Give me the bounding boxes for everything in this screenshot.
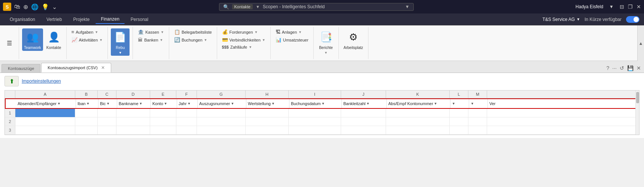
wertstellung-dropdown-icon[interactable]: ▼ [271, 102, 275, 105]
help-icon[interactable]: 💡 [42, 3, 49, 10]
kassen-button[interactable]: 🏦 Kassen ▼ [136, 28, 166, 36]
cell-1-M[interactable] [468, 109, 487, 117]
cell-3-F[interactable] [176, 126, 197, 134]
cell-2-extra[interactable] [487, 117, 639, 126]
tab-kontoauszugsimport[interactable]: Kontoauszugsimport (CSV) ✕ [41, 63, 111, 73]
anlagen-button[interactable]: 🏗 Anlagen ▼ [274, 28, 310, 36]
cell-1-extra[interactable] [487, 109, 639, 117]
jahr-dropdown-icon[interactable]: ▼ [187, 102, 191, 105]
vertical-scrollbar[interactable] [635, 91, 639, 135]
more-tab-icon[interactable]: ··· [612, 65, 617, 71]
cell-2-D[interactable] [116, 117, 150, 126]
refresh-tab-icon[interactable]: ↺ [620, 65, 624, 71]
belegarbeitsliste-button[interactable]: 📋 Belegarbeitsliste [172, 28, 214, 36]
menu-organisation[interactable]: Organisation [4, 15, 40, 24]
zahllaufe-button[interactable]: $$$ Zahlläufe ▼ [220, 44, 267, 50]
cell-1-J[interactable] [341, 109, 386, 117]
bankname-dropdown-icon[interactable]: ▼ [139, 102, 143, 105]
buchungsdatum-dropdown-icon[interactable]: ▼ [322, 102, 325, 105]
rebu-button[interactable]: 📄 Rebu ▼ [111, 28, 130, 56]
globe-icon[interactable]: 🌐 [31, 3, 39, 10]
cell-1-D[interactable] [116, 109, 150, 117]
cell-2-M[interactable] [468, 117, 487, 126]
cell-3-M[interactable] [468, 126, 487, 134]
cell-2-H[interactable] [246, 117, 289, 126]
buchungen-button[interactable]: 🔄 Buchungen ▼ [172, 36, 214, 43]
add-icon[interactable]: ⊕ [23, 3, 28, 10]
cell-3-C[interactable] [98, 126, 116, 134]
menu-finanzen[interactable]: Finanzen [95, 15, 124, 24]
konto-dropdown-icon[interactable]: ▼ [164, 102, 167, 105]
cell-2-E[interactable] [150, 117, 176, 126]
cell-2-J[interactable] [341, 117, 386, 126]
cell-1-I[interactable] [289, 109, 341, 117]
dropdown-icon[interactable]: ⌄ [52, 3, 57, 10]
close-tab-icon[interactable]: ✕ [637, 65, 641, 71]
umsatzsteuer-button[interactable]: 📊 Umsatzsteuer [274, 36, 310, 43]
cell-1-L[interactable] [450, 109, 468, 117]
user-dropdown-icon[interactable]: ▼ [609, 4, 614, 9]
menu-vertrieb[interactable]: Vertrieb [41, 15, 67, 24]
cell-1-C[interactable] [98, 109, 116, 117]
aktivitaten-button[interactable]: 📈 Aktivitäten ▼ [70, 36, 105, 43]
tab-kontoauszuge[interactable]: Kontoauszüge [1, 64, 40, 73]
save-tab-icon[interactable]: 💾 [627, 65, 634, 71]
cell-1-B[interactable] [75, 109, 98, 117]
close-button[interactable]: ✕ [637, 4, 641, 10]
cell-3-E[interactable] [150, 126, 176, 134]
cell-3-extra[interactable] [487, 126, 639, 134]
cell-2-F[interactable] [176, 117, 197, 126]
cell-1-K[interactable] [386, 109, 450, 117]
ribbon-collapse-button[interactable]: ▲ [637, 25, 644, 61]
minimize-button[interactable]: ⊟ [620, 4, 624, 10]
cell-3-J[interactable] [341, 126, 386, 134]
search-bar[interactable]: 🔍 Kontakte ▼ Scopen - Intelligentes Such… [219, 3, 414, 11]
banken-button[interactable]: 🏛 Banken ▼ [136, 36, 166, 43]
kontonummer-dropdown-icon[interactable]: ▼ [434, 102, 437, 105]
import-upload-button[interactable]: ⬆ [4, 76, 19, 86]
tab-close-button[interactable]: ✕ [101, 65, 105, 70]
kontakte-button[interactable]: 👤 Kontakte [45, 28, 63, 51]
cell-2-A[interactable] [15, 117, 75, 126]
arbeitsplatz-button[interactable]: ⚙ Arbeitsplatz [342, 28, 365, 51]
cell-2-B[interactable] [75, 117, 98, 126]
cell-3-A[interactable] [15, 126, 75, 134]
forderungen-button[interactable]: 💰 Forderungen ▼ [220, 28, 267, 36]
auszugsnummer-dropdown-icon[interactable]: ▼ [231, 102, 234, 105]
teamwork-button[interactable]: 👥 Teamwork [22, 28, 43, 51]
search-dropdown-arrow[interactable]: ▼ [405, 4, 410, 9]
company-dropdown-icon[interactable]: ▼ [576, 17, 580, 21]
cell-1-A[interactable] [15, 109, 75, 117]
cell-2-C[interactable] [98, 117, 116, 126]
menu-personal[interactable]: Personal [125, 15, 154, 24]
cell-3-K[interactable] [386, 126, 450, 134]
bankleitzahl-dropdown-icon[interactable]: ▼ [366, 102, 370, 105]
cell-3-D[interactable] [116, 126, 150, 134]
cell-3-G[interactable] [197, 126, 246, 134]
cell-2-L[interactable] [450, 117, 468, 126]
cell-1-F[interactable] [176, 109, 197, 117]
cell-3-I[interactable] [289, 126, 341, 134]
cell-3-B[interactable] [75, 126, 98, 134]
cell-1-E[interactable] [150, 109, 176, 117]
verbindlichkeiten-button[interactable]: 💳 Verbindlichkeiten ▼ [220, 36, 267, 43]
restore-button[interactable]: ❐ [628, 4, 633, 10]
berichte-button[interactable]: 📑 Berichte ▼ [317, 28, 335, 56]
cell-2-I[interactable] [289, 117, 341, 126]
scroll-thumb[interactable] [636, 92, 639, 103]
M-dropdown-icon[interactable]: ▼ [471, 102, 474, 105]
availability-toggle[interactable] [626, 16, 640, 23]
bic-dropdown-icon[interactable]: ▼ [106, 102, 110, 105]
cell-1-G[interactable] [197, 109, 246, 117]
cell-2-K[interactable] [386, 117, 450, 126]
iban-dropdown-icon[interactable]: ▼ [86, 102, 89, 105]
absender-dropdown-icon[interactable]: ▼ [57, 102, 61, 105]
cell-1-H[interactable] [246, 109, 289, 117]
cell-2-G[interactable] [197, 117, 246, 126]
help-tab-icon[interactable]: ? [607, 65, 610, 71]
L-dropdown-icon[interactable]: ▼ [452, 102, 455, 105]
sidebar-toggle-button[interactable]: ☰ [1, 36, 17, 50]
cell-3-L[interactable] [450, 126, 468, 134]
menu-projekte[interactable]: Projekte [68, 15, 95, 24]
aufgaben-button[interactable]: ≡ Aufgaben ▼ [70, 28, 105, 36]
